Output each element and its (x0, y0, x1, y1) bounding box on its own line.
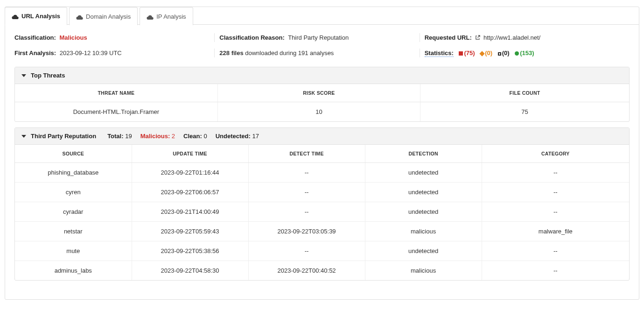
info-files-downloaded: 228 files downloaded during 191 analyses (219, 49, 424, 56)
table-row[interactable]: cyren2023-09-22T06:06:57--undetected-- (15, 183, 629, 202)
table-row[interactable]: cyradar2023-09-21T14:00:49--undetected-- (15, 202, 629, 222)
stat-red-icon (459, 51, 463, 56)
summary-clean: Clean: 0 (183, 133, 207, 140)
tab-domain-analysis[interactable]: Domain Analysis (69, 7, 138, 25)
cloud-icon (76, 14, 83, 19)
section-title: Top Threats (31, 72, 65, 79)
cell-detection: malicious (365, 261, 482, 281)
cell-update: 2023-09-22T05:59:43 (132, 222, 248, 241)
cell-detect: -- (248, 241, 365, 261)
cell-category: -- (482, 241, 629, 261)
info-first-analysis: First Analysis: 2023-09-12 10:39 UTC (14, 49, 219, 56)
classification-value: Malicious (59, 34, 87, 41)
stat-black-icon (498, 52, 501, 56)
label: First Analysis: (14, 49, 56, 56)
reputation-table: Source Update Time Detect Time Detection… (15, 145, 629, 280)
stat-green-icon (515, 51, 519, 56)
table-row[interactable]: netstar2023-09-22T05:59:432023-09-22T03:… (15, 222, 629, 241)
files-count: 228 files (219, 49, 243, 56)
cell-detection: undetected (365, 241, 482, 261)
info-reason: Classification Reason: Third Party Reput… (219, 34, 424, 41)
cell-detect: -- (248, 183, 365, 202)
cell-update: 2023-09-22T04:58:30 (132, 261, 248, 281)
table-row[interactable]: phishing_database2023-09-22T01:16:44--un… (15, 163, 629, 183)
cell-category: -- (482, 202, 629, 222)
table-header-row: Source Update Time Detect Time Detection… (15, 145, 629, 163)
stat-green-value: (153) (520, 49, 534, 56)
table-header-row: Threat Name Risk Score File Count (15, 84, 629, 102)
caret-down-icon[interactable] (21, 135, 26, 138)
top-threats-section: Top Threats Threat Name Risk Score File … (14, 67, 630, 122)
cell-source: adminus_labs (15, 261, 132, 281)
cell-update: 2023-09-21T14:00:49 (132, 202, 248, 222)
reputation-section: Third Party Reputation Total: 19 Malicio… (14, 127, 630, 281)
cell-source: phishing_database (15, 163, 132, 183)
caret-down-icon[interactable] (21, 74, 26, 77)
stat-red-value: (75) (464, 49, 475, 56)
cell-detection: undetected (365, 183, 482, 202)
label: Classification: (14, 34, 56, 41)
cloud-icon (12, 14, 19, 19)
info-classification: Classification: Malicious (14, 34, 219, 41)
table-row[interactable]: mute2023-09-22T05:38:56--undetected-- (15, 241, 629, 261)
threat-name: Document-HTML.Trojan.Framer (15, 102, 217, 122)
col-detect-time: Detect Time (248, 145, 365, 163)
top-threats-table: Threat Name Risk Score File Count Docume… (15, 84, 629, 121)
cell-category: -- (482, 163, 629, 183)
cell-update: 2023-09-22T06:06:57 (132, 183, 248, 202)
summary-malicious: Malicious: 2 (140, 133, 175, 140)
cell-source: mute (15, 241, 132, 261)
col-threat-name: Threat Name (15, 84, 217, 102)
cell-detection: malicious (365, 222, 482, 241)
label: Requested URL: (425, 34, 472, 41)
table-row[interactable]: Document-HTML.Trojan.Framer 10 75 (15, 102, 629, 122)
section-title: Third Party Reputation (31, 133, 96, 140)
external-link-icon (475, 35, 480, 40)
cell-detect: 2023-09-22T00:40:52 (248, 261, 365, 281)
col-file-count: File Count (420, 84, 629, 102)
cell-update: 2023-09-22T01:16:44 (132, 163, 248, 183)
cell-update: 2023-09-22T05:38:56 (132, 241, 248, 261)
col-category: Category (482, 145, 629, 163)
reputation-summary: Total: 19 Malicious: 2 Clean: 0 Undetect… (107, 133, 259, 140)
reputation-header[interactable]: Third Party Reputation Total: 19 Malicio… (15, 128, 629, 145)
tab-url-analysis[interactable]: URL Analysis (5, 7, 67, 25)
col-risk-score: Risk Score (217, 84, 420, 102)
files-text: downloaded during 191 analyses (244, 49, 334, 56)
cell-category: malware_file (482, 222, 629, 241)
cell-source: netstar (15, 222, 132, 241)
cell-detect: -- (248, 163, 365, 183)
cell-category: -- (482, 183, 629, 202)
table-row[interactable]: adminus_labs2023-09-22T04:58:302023-09-2… (15, 261, 629, 281)
cell-source: cyradar (15, 202, 132, 222)
requested-url-value[interactable]: http://ww1.aladel.net/ (483, 34, 540, 41)
cell-category: -- (482, 261, 629, 281)
info-requested-url: Requested URL: http://ww1.aladel.net/ (425, 34, 630, 41)
tab-label: IP Analysis (156, 13, 186, 20)
info-statistics: Statistics: (75) (0) (0) (153) (425, 49, 630, 56)
label: Classification Reason: (219, 34, 284, 41)
tab-label: URL Analysis (21, 13, 60, 20)
info-grid: Classification: Malicious Classification… (14, 34, 630, 56)
cloud-icon (147, 14, 154, 19)
risk-score: 10 (217, 102, 420, 122)
summary-undetected: Undetected: 17 (216, 133, 259, 140)
tab-bar: URL Analysis Domain Analysis IP Analysis (5, 7, 639, 25)
analysis-container: URL Analysis Domain Analysis IP Analysis… (5, 7, 639, 300)
cell-source: cyren (15, 183, 132, 202)
tab-label: Domain Analysis (86, 13, 131, 20)
cell-detection: undetected (365, 163, 482, 183)
reason-value: Third Party Reputation (288, 34, 349, 41)
statistics-label[interactable]: Statistics: (425, 49, 454, 57)
stat-orange-icon (480, 51, 485, 56)
tab-ip-analysis[interactable]: IP Analysis (140, 7, 193, 25)
summary-total: Total: 19 (107, 133, 132, 140)
cell-detect: -- (248, 202, 365, 222)
col-source: Source (15, 145, 132, 163)
cell-detection: undetected (365, 202, 482, 222)
file-count: 75 (420, 102, 629, 122)
first-analysis-value: 2023-09-12 10:39 UTC (60, 49, 122, 56)
stat-black-value: (0) (502, 49, 510, 56)
cell-detect: 2023-09-22T03:05:39 (248, 222, 365, 241)
top-threats-header[interactable]: Top Threats (15, 67, 629, 84)
